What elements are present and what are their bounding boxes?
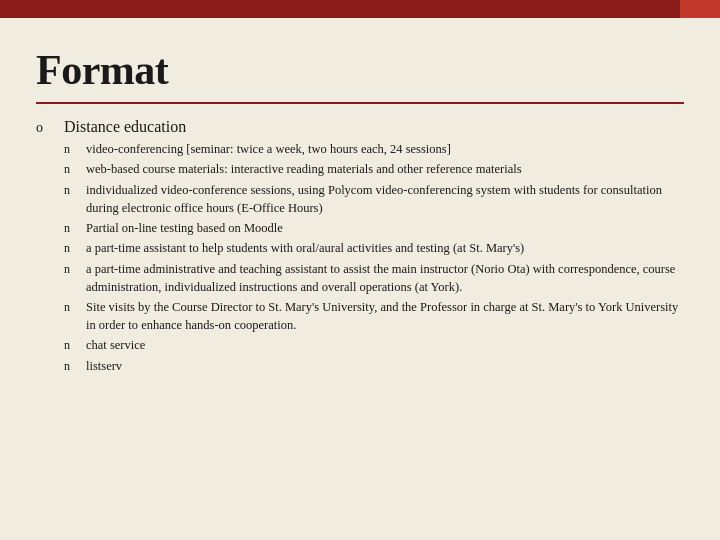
sub-item-text: listserv <box>86 357 684 375</box>
main-list: o Distance education nvideo-conferencing… <box>36 118 684 377</box>
sub-list-item: nvideo-conferencing [seminar: twice a we… <box>64 140 684 158</box>
sub-item-text: Site visits by the Course Director to St… <box>86 298 684 334</box>
sub-list-item: nSite visits by the Course Director to S… <box>64 298 684 334</box>
sub-bullet: n <box>64 261 78 278</box>
sub-bullet: n <box>64 161 78 178</box>
sub-item-text: Partial on-line testing based on Moodle <box>86 219 684 237</box>
sub-bullet: n <box>64 358 78 375</box>
page-title: Format <box>36 46 684 94</box>
sub-item-text: a part-time administrative and teaching … <box>86 260 684 296</box>
title-divider <box>36 102 684 104</box>
main-list-item: o Distance education nvideo-conferencing… <box>36 118 684 377</box>
sub-item-text: web-based course materials: interactive … <box>86 160 684 178</box>
sub-list-item: nindividualized video-conference session… <box>64 181 684 217</box>
sub-item-text: video-conferencing [seminar: twice a wee… <box>86 140 684 158</box>
slide-content: Format o Distance education nvideo-confe… <box>0 18 720 399</box>
sub-bullet: n <box>64 337 78 354</box>
outer-bullet: o <box>36 120 54 136</box>
sub-list-item: na part-time administrative and teaching… <box>64 260 684 296</box>
sub-list-item: nchat service <box>64 336 684 354</box>
sub-list: nvideo-conferencing [seminar: twice a we… <box>64 140 684 375</box>
sub-list-item: nlistserv <box>64 357 684 375</box>
section-title: Distance education <box>64 118 684 136</box>
sub-item-text: a part-time assistant to help students w… <box>86 239 684 257</box>
sub-bullet: n <box>64 182 78 199</box>
sub-bullet: n <box>64 240 78 257</box>
sub-bullet: n <box>64 220 78 237</box>
sub-list-item: na part-time assistant to help students … <box>64 239 684 257</box>
sub-list-item: nPartial on-line testing based on Moodle <box>64 219 684 237</box>
sub-item-text: chat service <box>86 336 684 354</box>
top-bar-accent <box>680 0 720 18</box>
section-body: Distance education nvideo-conferencing [… <box>64 118 684 377</box>
sub-bullet: n <box>64 141 78 158</box>
sub-list-item: nweb-based course materials: interactive… <box>64 160 684 178</box>
sub-item-text: individualized video-conference sessions… <box>86 181 684 217</box>
top-bar <box>0 0 720 18</box>
sub-bullet: n <box>64 299 78 316</box>
